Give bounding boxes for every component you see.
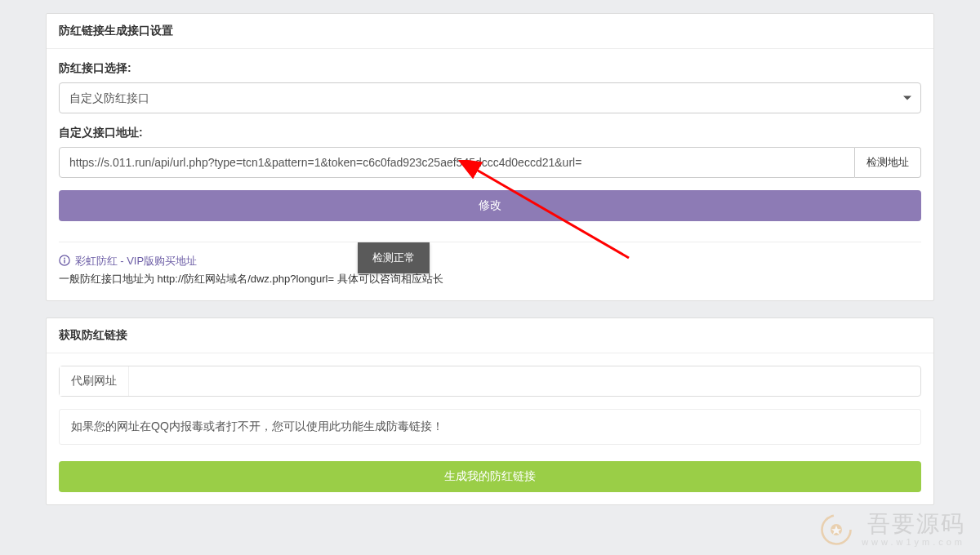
generate-button[interactable]: 生成我的防红链接 bbox=[59, 461, 921, 492]
field-custom-url-label: 自定义接口地址: bbox=[59, 126, 921, 140]
info-box: 彩虹防红 - VIP版购买地址 一般防红接口地址为 http://防红网站域名/… bbox=[59, 242, 921, 288]
svg-point-5 bbox=[822, 515, 851, 544]
watermark-logo-icon bbox=[819, 513, 853, 547]
custom-url-input-group: 检测地址 bbox=[59, 147, 921, 178]
interface-select[interactable]: 自定义防红接口 bbox=[59, 82, 921, 113]
svg-marker-7 bbox=[831, 525, 841, 534]
field-custom-url-group: 自定义接口地址: 检测地址 bbox=[59, 126, 921, 178]
panel2-body: 代刷网址 如果您的网址在QQ内报毒或者打不开，您可以使用此功能生成防毒链接！ 生… bbox=[47, 353, 933, 504]
test-url-button[interactable]: 检测地址 bbox=[855, 147, 921, 178]
panel1-body: 防红接口选择: 自定义防红接口 自定义接口地址: 检测地址 修改 bbox=[47, 49, 933, 300]
proxy-url-label: 代刷网址 bbox=[60, 366, 129, 396]
info-icon bbox=[59, 254, 70, 265]
watermark-text-en: www.w1ym.com bbox=[862, 537, 965, 547]
panel1-title: 防红链接生成接口设置 bbox=[47, 14, 933, 49]
proxy-url-value bbox=[129, 366, 920, 396]
custom-url-input[interactable] bbox=[59, 147, 855, 178]
modify-button[interactable]: 修改 bbox=[59, 190, 921, 221]
field-interface-select-group: 防红接口选择: 自定义防红接口 bbox=[59, 61, 921, 113]
vip-purchase-link[interactable]: 彩虹防红 - VIP版购买地址 bbox=[75, 255, 198, 267]
status-tooltip: 检测正常 bbox=[358, 242, 430, 273]
svg-point-6 bbox=[831, 524, 842, 535]
panel2-title: 获取防红链接 bbox=[47, 318, 933, 353]
svg-point-1 bbox=[64, 258, 65, 260]
panel-anti-red-settings: 防红链接生成接口设置 防红接口选择: 自定义防红接口 自定义接口地址: 检测地址 bbox=[46, 13, 934, 301]
select-wrapper: 自定义防红接口 bbox=[59, 82, 921, 113]
hint-text: 如果您的网址在QQ内报毒或者打不开，您可以使用此功能生成防毒链接！ bbox=[59, 409, 921, 445]
svg-rect-2 bbox=[64, 260, 65, 263]
watermark: 吾要源码 www.w1ym.com bbox=[819, 512, 965, 547]
panel-get-anti-red-link: 获取防红链接 代刷网址 如果您的网址在QQ内报毒或者打不开，您可以使用此功能生成… bbox=[46, 317, 934, 505]
proxy-url-row: 代刷网址 bbox=[59, 366, 921, 397]
watermark-text-zh: 吾要源码 bbox=[862, 512, 965, 537]
info-text: 一般防红接口地址为 http://防红网站域名/dwz.php?longurl=… bbox=[59, 270, 921, 288]
field-interface-select-label: 防红接口选择: bbox=[59, 61, 921, 76]
